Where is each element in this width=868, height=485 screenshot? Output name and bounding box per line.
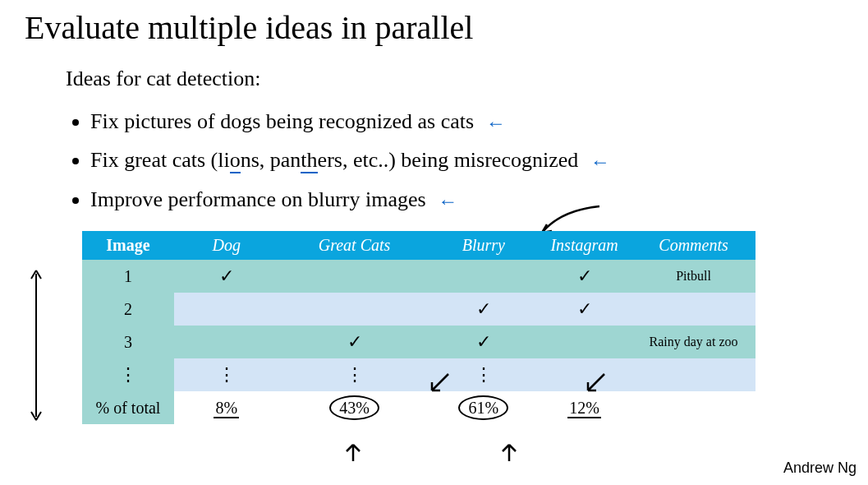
cell-blurry: ⋮	[430, 358, 538, 391]
idea-item-1: Fix pictures of dogs being recognized as…	[90, 104, 843, 139]
cell-dog	[174, 293, 279, 326]
pct-label: % of total	[82, 391, 174, 424]
page-title: Evaluate multiple ideas in parallel	[25, 8, 843, 47]
arrow-left-icon: ←	[486, 108, 506, 139]
cell-greatcats: ⋮	[279, 358, 430, 391]
cell-greatcats	[279, 293, 430, 326]
cell-comment: Pitbull	[631, 260, 755, 293]
table-row-ellipsis: ⋮ ⋮ ⋮ ⋮	[82, 358, 755, 391]
table-row: 1 ✓ ✓ Pitbull	[82, 260, 755, 293]
idea-list: Fix pictures of dogs being recognized as…	[66, 104, 843, 217]
table-row: 2 ✓ ✓	[82, 293, 755, 326]
check-icon: ✓	[219, 266, 234, 286]
col-comments: Comments	[631, 231, 755, 260]
check-icon: ✓	[347, 331, 362, 352]
idea-item-3: Improve performance on blurry images ←	[90, 182, 843, 217]
col-instagram: Instagram	[537, 231, 631, 260]
check-icon: ✓	[476, 331, 491, 352]
table-wrap: Image Dog Great Cats Blurry Instagram Co…	[82, 231, 843, 424]
attribution: Andrew Ng	[783, 460, 857, 477]
cell-greatcats	[279, 260, 430, 293]
content-block: Ideas for cat detection: Fix pictures of…	[66, 62, 843, 216]
cell-instagram	[537, 326, 631, 358]
idea-item-2: Fix great cats (lions, panthers, etc..) …	[90, 143, 843, 178]
cell-blurry: ✓	[430, 326, 538, 358]
error-analysis-table: Image Dog Great Cats Blurry Instagram Co…	[82, 231, 755, 424]
cell-dog: ⋮	[174, 358, 279, 391]
pct-blurry: 61%	[430, 391, 538, 424]
cell-blurry	[430, 260, 538, 293]
cell-idx: ⋮	[82, 358, 174, 391]
cell-idx: 1	[82, 260, 174, 293]
check-icon: ✓	[577, 298, 592, 319]
cell-dog	[174, 326, 279, 358]
table-footer-row: % of total 8% 43% 61% 12%	[82, 391, 755, 424]
under-arrows-icon	[304, 440, 591, 464]
col-dog: Dog	[174, 231, 279, 260]
arrow-left-icon: ←	[438, 186, 457, 217]
idea-text-1: Fix pictures of dogs being recognized as…	[90, 109, 474, 133]
idea-text-2: Fix great cats (lions, panthers, etc..) …	[90, 148, 578, 173]
table-row: 3 ✓ ✓ Rainy day at zoo	[82, 326, 755, 358]
pct-instagram: 12%	[537, 391, 631, 424]
check-icon: ✓	[476, 298, 491, 319]
col-image: Image	[82, 231, 174, 260]
table-header-row: Image Dog Great Cats Blurry Instagram Co…	[82, 231, 755, 260]
pct-dog: 8%	[174, 391, 279, 424]
col-great-cats: Great Cats	[279, 231, 430, 260]
idea-text-3: Improve performance on blurry images	[90, 187, 426, 211]
cell-instagram: ✓	[537, 293, 631, 326]
col-blurry: Blurry	[430, 231, 538, 260]
cell-comment	[631, 358, 755, 391]
cell-idx: 3	[82, 326, 174, 358]
subheading: Ideas for cat detection:	[66, 62, 843, 96]
pct-greatcats: 43%	[279, 391, 430, 424]
arrow-left-icon: ←	[590, 146, 610, 178]
cell-greatcats: ✓	[279, 326, 430, 358]
cell-comment: Rainy day at zoo	[631, 326, 755, 358]
row-span-arrow-icon	[28, 267, 44, 423]
pct-comment	[631, 391, 755, 424]
cell-blurry: ✓	[430, 293, 538, 326]
check-icon: ✓	[577, 266, 592, 286]
slide: Evaluate multiple ideas in parallel Idea…	[0, 0, 868, 485]
cell-instagram	[537, 358, 631, 391]
cell-dog: ✓	[174, 260, 279, 293]
cell-comment	[631, 293, 755, 326]
cell-idx: 2	[82, 293, 174, 326]
cell-instagram: ✓	[537, 260, 631, 293]
